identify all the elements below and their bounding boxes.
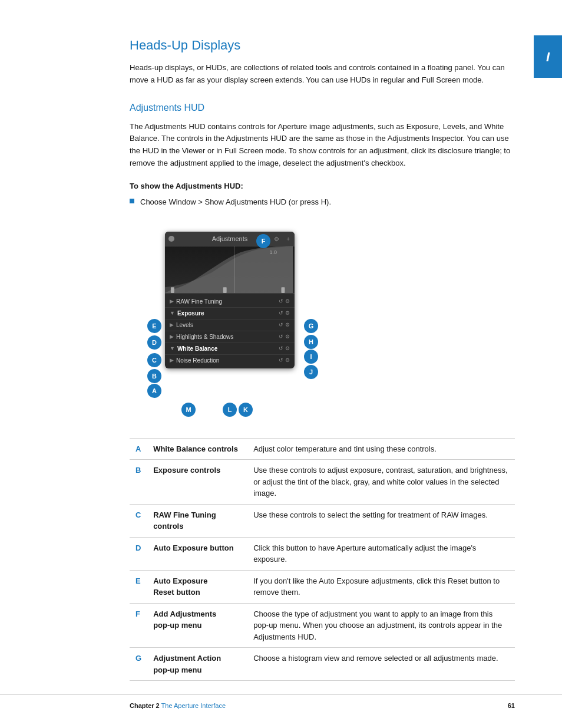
table-cell-label: Auto ExposureReset button	[147, 570, 247, 603]
row-arrow: ▶	[170, 298, 174, 306]
page-container: I Heads-Up Displays Heads-up displays, o…	[0, 0, 562, 728]
table-cell-desc: Use these controls to select the setting…	[247, 504, 515, 537]
panel-controls: ▶ RAW Fine Tuning ↺ ⚙ ▼ Exposure ↺ ⚙ ▶ L…	[165, 294, 295, 368]
row-name: Noise Reduction	[176, 356, 279, 365]
table-cell-letter: F	[130, 603, 147, 648]
row-arrow: ▶	[170, 333, 174, 341]
subsection-body: The Adjustments HUD contains controls fo…	[130, 121, 515, 170]
row-name: RAW Fine Tuning	[176, 297, 279, 306]
callout-g: G	[304, 319, 318, 333]
panel-row-highlights: ▶ Highlights & Shadows ↺ ⚙	[165, 331, 295, 343]
row-name: Highlights & Shadows	[176, 332, 279, 341]
footer-page-number: 61	[508, 701, 515, 711]
panel-add-icon: +	[286, 235, 290, 243]
table-cell-letter: E	[130, 570, 147, 603]
callout-b: B	[147, 369, 161, 383]
panel-close-button	[168, 236, 174, 242]
table-row: GAdjustment Actionpop-up menuChoose a hi…	[130, 648, 515, 681]
callout-d: D	[147, 335, 161, 350]
table-cell-desc: Click this button to have Aperture autom…	[247, 537, 515, 570]
panel-row-noise: ▶ Noise Reduction ↺ ⚙	[165, 355, 295, 366]
adjustments-panel: Adjustments ⚙ +	[165, 232, 295, 369]
subsection-title: Adjustments HUD	[130, 101, 515, 115]
table-cell-label: Auto Exposure button	[147, 537, 247, 570]
callout-i: I	[304, 350, 318, 364]
page-footer: Chapter 2 The Aperture Interface 61	[0, 694, 562, 711]
bullet-icon	[130, 199, 134, 203]
row-name: Levels	[176, 321, 279, 330]
row-name: White Balance	[177, 344, 279, 353]
diagram-area: Adjustments ⚙ +	[130, 220, 515, 420]
table-cell-label: Add Adjustmentspop-up menu	[147, 603, 247, 648]
chapter-name: The Aperture Interface	[161, 702, 226, 709]
intro-text: Heads-up displays, or HUDs, are collecti…	[130, 62, 515, 87]
table-cell-letter: A	[130, 438, 147, 460]
table-cell-letter: C	[130, 504, 147, 537]
callout-h: H	[304, 335, 318, 349]
table-cell-label: Adjustment Actionpop-up menu	[147, 648, 247, 681]
reference-table: AWhite Balance controlsAdjust color temp…	[130, 438, 515, 681]
panel-row-levels: ▶ Levels ↺ ⚙	[165, 319, 295, 331]
row-arrow: ▶	[170, 357, 174, 365]
row-icons: ↺ ⚙	[279, 321, 290, 330]
panel-action-icon: ⚙	[274, 235, 279, 243]
table-cell-desc: If you don't like the Auto Exposure adju…	[247, 570, 515, 603]
table-cell-letter: B	[130, 460, 147, 505]
row-icons: ↺ ⚙	[279, 309, 290, 318]
row-arrow: ▼	[170, 345, 175, 353]
section-title: Heads-Up Displays	[130, 35, 515, 55]
row-arrow: ▼	[170, 309, 175, 318]
row-icons: ↺ ⚙	[279, 345, 290, 353]
panel-row-exposure: ▼ Exposure ↺ ⚙	[165, 308, 295, 319]
callout-m: M	[181, 403, 196, 417]
table-cell-letter: G	[130, 648, 147, 681]
chapter-tab: I	[534, 35, 562, 78]
svg-rect-2	[223, 287, 227, 293]
callout-l: L	[223, 403, 237, 417]
table-cell-label: White Balance controls	[147, 438, 247, 460]
callout-k: K	[239, 403, 253, 417]
instruction-label: To show the Adjustments HUD:	[130, 180, 515, 192]
svg-rect-3	[282, 287, 285, 293]
table-row: AWhite Balance controlsAdjust color temp…	[130, 438, 515, 460]
table-row: CRAW Fine Tuning controlsUse these contr…	[130, 504, 515, 537]
table-row: DAuto Exposure buttonClick this button t…	[130, 537, 515, 570]
row-name: Exposure	[177, 309, 279, 318]
table-cell-label: RAW Fine Tuning controls	[147, 504, 247, 537]
table-row: FAdd Adjustmentspop-up menuChoose the ty…	[130, 603, 515, 648]
table-cell-desc: Adjust color temperature and tint using …	[247, 438, 515, 460]
footer-chapter-info: Chapter 2 The Aperture Interface	[130, 701, 226, 711]
histogram: 1.0	[165, 246, 295, 294]
callout-a: A	[147, 384, 161, 398]
bullet-item: Choose Window > Show Adjustments HUD (or…	[130, 196, 515, 208]
bullet-text: Choose Window > Show Adjustments HUD (or…	[140, 196, 331, 208]
table-cell-label: Exposure controls	[147, 460, 247, 505]
table-cell-desc: Use these controls to adjust exposure, c…	[247, 460, 515, 505]
row-arrow: ▶	[170, 321, 174, 330]
svg-rect-1	[171, 287, 174, 293]
table-cell-desc: Choose the type of adjustment you want t…	[247, 603, 515, 648]
table-row: BExposure controlsUse these controls to …	[130, 460, 515, 505]
table-cell-letter: D	[130, 537, 147, 570]
panel-title-bar: Adjustments ⚙ +	[165, 232, 295, 247]
panel-row-raw: ▶ RAW Fine Tuning ↺ ⚙	[165, 296, 295, 308]
callout-c: C	[147, 353, 161, 367]
panel-title: Adjustments	[212, 235, 248, 242]
chapter-label: Chapter 2	[130, 702, 160, 709]
callout-e: E	[147, 319, 161, 333]
callout-j: J	[304, 365, 318, 379]
panel-row-whitebalance: ▼ White Balance ↺ ⚙	[165, 343, 295, 355]
table-row: EAuto ExposureReset buttonIf you don't l…	[130, 570, 515, 603]
table-cell-desc: Choose a histogram view and remove selec…	[247, 648, 515, 681]
chapter-tab-letter: I	[546, 47, 550, 67]
row-icons: ↺ ⚙	[279, 298, 290, 306]
row-icons: ↺ ⚙	[279, 333, 290, 341]
histogram-value: 1.0	[269, 249, 277, 257]
row-icons: ↺ ⚙	[279, 357, 290, 365]
callout-f: F	[256, 234, 270, 248]
